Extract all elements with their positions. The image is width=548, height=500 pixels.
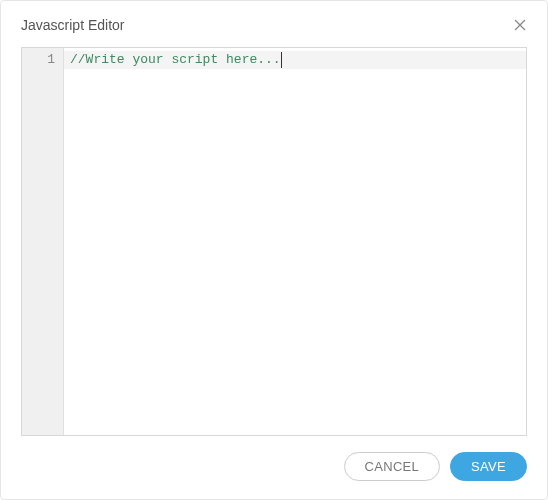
dialog-header: Javascript Editor	[21, 17, 527, 33]
save-button[interactable]: SAVE	[450, 452, 527, 481]
dialog-title: Javascript Editor	[21, 17, 124, 33]
close-icon[interactable]	[513, 18, 527, 32]
code-editor[interactable]: 1 //Write your script here...	[21, 47, 527, 436]
code-content: //Write your script here...	[70, 51, 281, 69]
text-cursor	[281, 52, 282, 68]
line-number-gutter: 1	[22, 48, 64, 435]
dialog-footer: CANCEL SAVE	[21, 436, 527, 481]
code-area[interactable]: //Write your script here...	[64, 48, 526, 435]
javascript-editor-dialog: Javascript Editor 1 //Write your script …	[1, 1, 547, 499]
cancel-button[interactable]: CANCEL	[344, 452, 441, 481]
line-number: 1	[22, 51, 63, 69]
